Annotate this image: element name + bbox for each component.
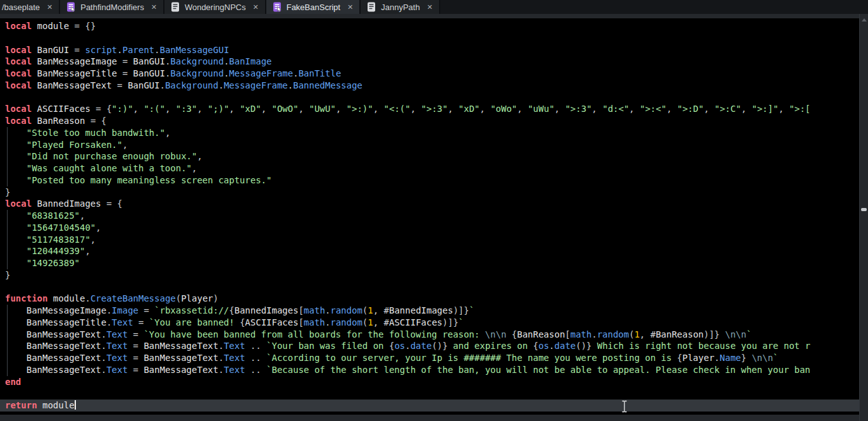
code-line-5[interactable]: local BanMessageTitle = BanGUI.Backgroun…	[0, 68, 859, 80]
code-line-15[interactable]: }	[0, 186, 859, 198]
tab-bar: /baseplate✕PathfindModifiers✕WonderingNP…	[0, 0, 868, 14]
code-line-17[interactable]: "68381625",	[0, 210, 859, 222]
code-line-3[interactable]: local BanGUI = script.Parent.BanMessageG…	[0, 44, 859, 56]
tab-label: JannyPath	[381, 3, 419, 12]
ibeam-mouse-cursor	[621, 400, 628, 413]
code-line-18[interactable]: "15647104540",	[0, 222, 859, 234]
code-line-4[interactable]: local BanMessageImage = BanGUI.Backgroun…	[0, 56, 859, 68]
script-icon-purple	[272, 2, 282, 12]
tab-wonderingnpcs[interactable]: WonderingNPCs✕	[164, 0, 266, 14]
code-line-28[interactable]: BanMessageText.Text = BanMessageText.Tex…	[0, 340, 859, 352]
tab-fakebanscript[interactable]: FakeBanScript✕	[266, 0, 361, 14]
tab-label: WonderingNPCs	[185, 3, 246, 12]
scrollbar-thumb[interactable]	[861, 208, 867, 211]
code-line-32[interactable]	[0, 387, 859, 400]
code-line-33[interactable]: return module	[0, 400, 859, 412]
editor-top-border	[0, 14, 868, 18]
tab-close-icon[interactable]: ✕	[427, 4, 433, 11]
vertical-scrollbar[interactable]	[859, 14, 868, 421]
tab-label: /baseplate	[2, 3, 40, 12]
tab-pathfindmodifiers[interactable]: PathfindModifiers✕	[60, 0, 164, 14]
code-line-1[interactable]: local module = {}	[0, 20, 859, 32]
tab-baseplate[interactable]: /baseplate✕	[0, 0, 60, 14]
script-icon-gray	[170, 2, 180, 12]
tab-close-icon[interactable]: ✕	[252, 4, 258, 11]
code-line-2[interactable]	[0, 32, 859, 44]
code-line-22[interactable]: }	[0, 269, 859, 281]
code-line-27[interactable]: BanMessageText.Text = `You have been ban…	[0, 329, 859, 341]
script-icon-purple	[66, 2, 76, 12]
code-line-23[interactable]	[0, 281, 859, 293]
editor-bottom-border	[0, 415, 859, 421]
indent-guide	[7, 127, 8, 186]
code-area[interactable]: local module = {}local BanGUI = script.P…	[0, 18, 859, 412]
code-line-19[interactable]: "5117483817",	[0, 234, 859, 246]
tab-jannypath[interactable]: JannyPath✕	[361, 0, 440, 14]
tab-close-icon[interactable]: ✕	[151, 4, 157, 11]
indent-guide	[7, 210, 8, 269]
tab-label: FakeBanScript	[287, 3, 340, 12]
code-line-13[interactable]: "Was caught alone with a toon.",	[0, 162, 859, 174]
code-line-9[interactable]: local BanReason = {	[0, 115, 859, 127]
code-line-7[interactable]	[0, 92, 859, 104]
tab-label: PathfindModifiers	[80, 3, 144, 12]
code-line-25[interactable]: BanMessageImage.Image = `rbxassetid://{B…	[0, 305, 859, 317]
code-line-24[interactable]: function module.CreateBanMessage(Player)	[0, 293, 859, 305]
code-line-29[interactable]: BanMessageText.Text = BanMessageText.Tex…	[0, 352, 859, 364]
code-line-31[interactable]: end	[0, 376, 859, 388]
code-line-26[interactable]: BanMessageTitle.Text = `You are banned! …	[0, 317, 859, 329]
code-line-11[interactable]: "Played Forsaken.",	[0, 139, 859, 151]
code-line-10[interactable]: "Stole too much bandwith.",	[0, 127, 859, 139]
indent-guide	[7, 305, 8, 376]
code-line-12[interactable]: "Did not purchase enough robux.",	[0, 150, 859, 162]
code-line-21[interactable]: "14926389"	[0, 257, 859, 269]
code-line-20[interactable]: "120444939",	[0, 245, 859, 257]
code-line-30[interactable]: BanMessageText.Text = BanMessageText.Tex…	[0, 364, 859, 376]
script-icon-gray	[366, 2, 376, 12]
code-editor[interactable]: local module = {}local BanGUI = script.P…	[0, 18, 859, 415]
scrollbar-up-arrow-icon[interactable]	[862, 18, 867, 21]
code-line-6[interactable]: local BanMessageText = BanGUI.Background…	[0, 80, 859, 92]
code-line-8[interactable]: local ASCIIFaces = {":)", ":(", ":3", ";…	[0, 103, 859, 115]
text-caret	[75, 400, 76, 410]
tab-close-icon[interactable]: ✕	[47, 4, 53, 11]
code-line-14[interactable]: "Posted too many meaningless screen capt…	[0, 174, 859, 186]
tab-close-icon[interactable]: ✕	[347, 4, 353, 11]
code-line-16[interactable]: local BannedImages = {	[0, 198, 859, 210]
